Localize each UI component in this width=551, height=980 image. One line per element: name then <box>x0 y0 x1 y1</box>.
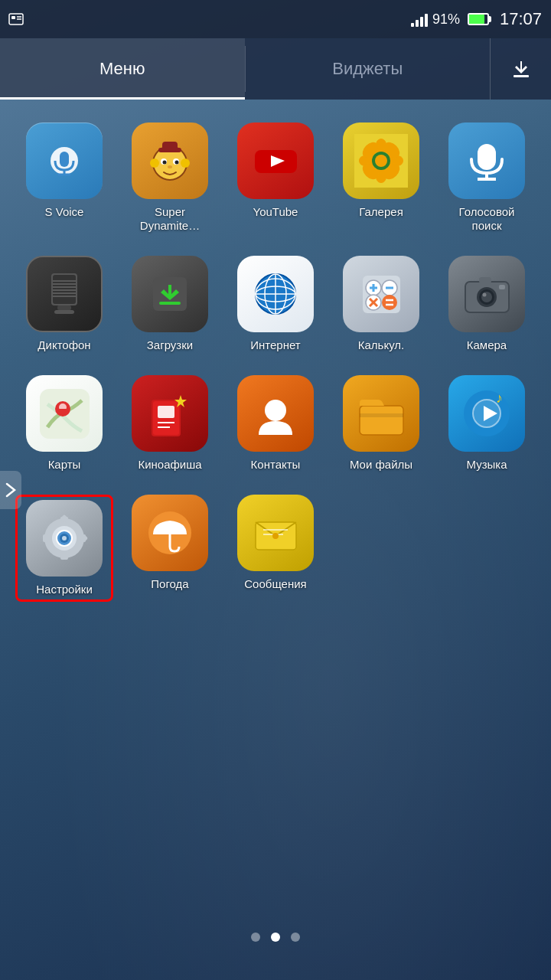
svg-rect-6 <box>514 75 529 77</box>
chevron-right-icon <box>5 481 16 499</box>
download-button[interactable] <box>490 38 551 100</box>
svg-rect-77 <box>479 277 491 283</box>
tab-widgets[interactable]: Виджеты <box>246 38 491 100</box>
app-super-dynamite[interactable]: Super Dynamite… <box>121 122 219 233</box>
app-myfiles[interactable]: Мои файлы <box>332 375 430 472</box>
clock: 17:07 <box>500 9 542 29</box>
app-internet[interactable]: Интернет <box>227 256 324 352</box>
status-icons: 91% 17:07 <box>411 9 542 29</box>
app-music-label: Музыка <box>466 458 507 472</box>
page-dots <box>251 933 300 942</box>
svg-rect-92 <box>360 413 403 417</box>
svg-rect-47 <box>54 310 74 314</box>
app-music[interactable]: ♪ Музыка <box>438 375 536 472</box>
svg-rect-85 <box>158 406 174 418</box>
maps-icon-graphic <box>40 389 90 439</box>
svg-point-109 <box>62 536 67 541</box>
super-dynamite-icon-graphic <box>143 134 197 188</box>
app-dictaphone-label: Диктофон <box>37 338 90 352</box>
svg-point-18 <box>175 161 179 165</box>
svg-point-76 <box>482 292 486 296</box>
status-bar-left-icons <box>8 11 24 28</box>
app-grid: S Voice <box>0 100 551 617</box>
svg-rect-101 <box>43 534 49 542</box>
svg-point-21 <box>181 158 190 168</box>
svg-point-17 <box>163 161 167 165</box>
battery-icon <box>468 13 489 25</box>
app-youtube-label: YouTube <box>253 205 298 219</box>
app-downloads[interactable]: Загрузки <box>121 256 219 352</box>
music-icon-graphic: ♪ <box>462 389 512 439</box>
side-arrow[interactable] <box>0 471 21 509</box>
app-calculator[interactable]: Калькул. <box>332 256 430 352</box>
tab-menu-label: Меню <box>99 59 145 79</box>
app-voice-search-label: Голосовой поиск <box>445 205 529 233</box>
svg-point-75 <box>481 292 492 302</box>
youtube-icon-graphic <box>251 136 301 186</box>
battery-percent: 91% <box>432 11 460 28</box>
app-super-dynamite-label: Super Dynamite… <box>128 205 212 233</box>
internet-icon-graphic <box>251 270 301 319</box>
page-dot-2[interactable] <box>291 933 300 942</box>
app-camera[interactable]: Камера <box>438 256 536 352</box>
svg-rect-90 <box>360 406 403 435</box>
app-maps[interactable]: Карты <box>15 375 113 472</box>
app-messages[interactable]: Сообщения <box>227 495 324 602</box>
svg-point-20 <box>150 158 159 168</box>
page-dot-0[interactable] <box>251 933 260 942</box>
weather-icon-graphic <box>145 508 195 558</box>
app-cinema[interactable]: Киноафиша <box>121 375 219 472</box>
svg-rect-8 <box>60 152 69 167</box>
app-cinema-label: Киноафиша <box>138 458 201 472</box>
app-gallery-label: Галерея <box>359 205 403 219</box>
notification-icon <box>8 11 24 28</box>
app-settings[interactable]: Настройки <box>15 495 113 602</box>
app-myfiles-label: Мои файлы <box>350 458 412 472</box>
svg-rect-78 <box>499 285 505 289</box>
svg-rect-100 <box>60 554 68 560</box>
app-camera-label: Камера <box>467 338 507 352</box>
download-icon <box>509 57 533 81</box>
app-gallery[interactable]: Галерея <box>332 122 430 233</box>
svg-text:♪: ♪ <box>496 390 503 406</box>
app-s-voice[interactable]: S Voice <box>15 122 113 233</box>
gallery-icon-graphic <box>354 134 408 188</box>
svg-marker-5 <box>521 61 527 74</box>
page-dot-1[interactable] <box>271 933 280 942</box>
svg-rect-39 <box>53 275 76 304</box>
app-s-voice-label: S Voice <box>45 205 84 219</box>
voice-search-icon-graphic <box>464 138 510 184</box>
app-maps-label: Карты <box>48 458 81 472</box>
settings-icon-graphic <box>40 514 90 564</box>
svg-marker-4 <box>515 61 521 74</box>
svg-rect-14 <box>162 142 178 151</box>
messages-icon-graphic <box>251 508 301 558</box>
calculator-icon-graphic <box>357 270 406 319</box>
app-contacts[interactable]: Контакты <box>227 375 324 472</box>
svg-point-89 <box>265 400 286 421</box>
svg-point-19 <box>168 165 172 168</box>
svg-rect-46 <box>57 305 71 310</box>
status-bar: 91% 17:07 <box>0 0 551 38</box>
myfiles-icon-graphic <box>357 389 406 439</box>
app-calculator-label: Калькул. <box>358 338 404 352</box>
signal-icon <box>411 11 428 27</box>
tab-widgets-label: Виджеты <box>332 59 403 79</box>
app-weather[interactable]: Погода <box>121 495 219 602</box>
tab-menu[interactable]: Меню <box>0 38 245 100</box>
app-weather-label: Погода <box>151 577 188 591</box>
app-youtube[interactable]: YouTube <box>227 122 324 233</box>
svg-rect-1 <box>11 16 15 19</box>
app-voice-search[interactable]: Голосовой поиск <box>438 122 536 233</box>
app-downloads-label: Загрузки <box>147 338 193 352</box>
app-settings-label: Настройки <box>36 583 93 596</box>
contacts-icon-graphic <box>251 389 301 439</box>
s-voice-icon-graphic <box>41 138 87 184</box>
dictaphone-icon-graphic <box>41 270 88 318</box>
app-dictaphone[interactable]: Диктофон <box>15 256 113 352</box>
tab-bar: Меню Виджеты <box>0 38 551 100</box>
camera-icon-graphic <box>462 270 512 319</box>
app-messages-label: Сообщения <box>244 577 306 591</box>
svg-point-116 <box>272 533 279 539</box>
app-internet-label: Интернет <box>250 338 300 352</box>
